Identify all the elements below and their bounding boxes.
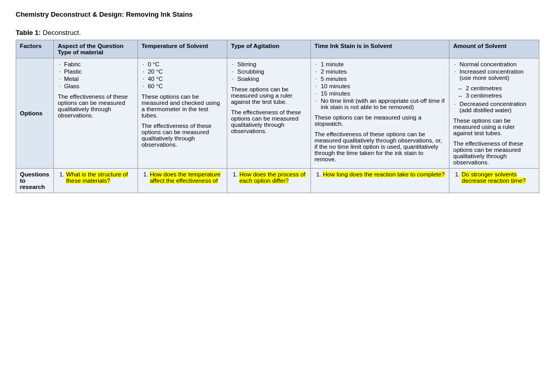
list-item: No time limit (with an appropriate cut-o… xyxy=(315,98,446,110)
list-item: 3 centimetres xyxy=(458,92,535,99)
options-temperature: 0 °C 20 °C 40 °C 60 °C These options can… xyxy=(137,58,227,169)
list-item: 5 minutes xyxy=(315,76,446,82)
list-item: Decreased concentration (add distilled w… xyxy=(453,101,535,113)
list-item: 2 centimetres xyxy=(458,85,535,91)
list-item: 15 minutes xyxy=(315,90,446,97)
question-highlight: How long does the reaction take to compl… xyxy=(323,171,445,177)
agitation-desc1: These options can be measured using a ru… xyxy=(231,86,307,105)
title-normal: Removing Ink Stains xyxy=(124,10,192,18)
list-item: What is the structure of these materials… xyxy=(66,171,133,184)
list-item: 0 °C xyxy=(142,61,223,67)
temperature-questions: How does the temperature affect the effe… xyxy=(142,171,223,184)
time-bullets: 1 minute 2 minutes 5 minutes 10 minutes … xyxy=(315,61,446,110)
list-item: Normal concentration xyxy=(453,61,535,67)
list-item: Glass xyxy=(57,83,133,89)
agitation-desc2: The effectiveness of these options can b… xyxy=(231,109,307,134)
time-questions: How long does the reaction take to compl… xyxy=(315,171,446,177)
time-desc1: These options can be measured using a st… xyxy=(315,114,446,127)
agitation-bullets: Stirring Scrubbing Soaking xyxy=(231,61,307,82)
temperature-bullets: 0 °C 20 °C 40 °C 60 °C xyxy=(142,61,223,89)
options-agitation: Stirring Scrubbing Soaking These options… xyxy=(227,58,310,169)
list-item: Do stronger solvents decrease reaction t… xyxy=(461,171,535,184)
list-item: Soaking xyxy=(231,76,307,82)
options-label: Options xyxy=(16,58,54,169)
list-item: Scrubbing xyxy=(231,68,307,75)
material-description: The effectiveness of these options can b… xyxy=(57,93,133,118)
list-item: Stirring xyxy=(231,61,307,67)
questions-time: How long does the reaction take to compl… xyxy=(310,169,449,193)
questions-material: What is the structure of these materials… xyxy=(54,169,137,193)
deconstruct-table: Factors Aspect of the QuestionType of ma… xyxy=(16,40,539,193)
options-amount: Normal concentration Increased concentra… xyxy=(449,58,539,169)
amount-desc1: These options can be measured using a ru… xyxy=(453,117,535,136)
amount-bullets-bottom: Decreased concentration (add distilled w… xyxy=(453,101,535,113)
list-item: How long does the reaction take to compl… xyxy=(323,171,446,177)
material-questions: What is the structure of these materials… xyxy=(57,171,133,184)
options-material: Fabric Plastic Metal Glass The effective… xyxy=(54,58,137,169)
question-highlight: What is the structure of these materials… xyxy=(66,171,128,184)
list-item: Metal xyxy=(57,76,133,82)
options-row: Options Fabric Plastic Metal Glass The e… xyxy=(16,58,539,169)
col-amount: Amount of Solvent xyxy=(449,40,539,58)
time-desc2: The effectiveness of these options can b… xyxy=(315,131,446,162)
list-item: How does the process of each option diff… xyxy=(239,171,307,184)
questions-label: Questionsto research xyxy=(16,169,54,193)
material-bullets: Fabric Plastic Metal Glass xyxy=(57,61,133,89)
amount-questions: Do stronger solvents decrease reaction t… xyxy=(453,171,535,184)
questions-amount: Do stronger solvents decrease reaction t… xyxy=(449,169,539,193)
questions-agitation: How does the process of each option diff… xyxy=(227,169,310,193)
options-time: 1 minute 2 minutes 5 minutes 10 minutes … xyxy=(310,58,449,169)
list-item: How does the temperature affect the effe… xyxy=(150,171,223,184)
col-time: Time Ink Stain is in Solvent xyxy=(310,40,449,58)
col-material: Aspect of the QuestionType of material xyxy=(54,40,137,58)
question-highlight: How does the temperature affect the effe… xyxy=(150,171,221,184)
questions-temperature: How does the temperature affect the effe… xyxy=(137,169,227,193)
list-item: Plastic xyxy=(57,68,133,75)
agitation-questions: How does the process of each option diff… xyxy=(231,171,307,184)
list-item: 2 minutes xyxy=(315,68,446,75)
list-item: 60 °C xyxy=(142,83,223,89)
page-title: Chemistry Deconstruct & Design: Removing… xyxy=(16,10,539,18)
amount-sub-bullets: 2 centimetres 3 centimetres xyxy=(458,85,535,99)
title-bold: Chemistry Deconstruct & Design: xyxy=(16,10,124,18)
list-item: Fabric xyxy=(57,61,133,67)
list-item: 10 minutes xyxy=(315,83,446,89)
list-item: 1 minute xyxy=(315,61,446,67)
col-temperature: Temperature of Solvent xyxy=(137,40,227,58)
amount-desc2: The effectiveness of these options can b… xyxy=(453,140,535,165)
table-label: Table 1: Deconstruct. xyxy=(16,29,539,37)
question-highlight: How does the process of each option diff… xyxy=(239,171,306,184)
col-agitation: Type of Agitation xyxy=(227,40,310,58)
question-highlight: Do stronger solvents decrease reaction t… xyxy=(461,171,526,184)
list-item: Increased concentration (use more solven… xyxy=(453,68,535,81)
list-item: 40 °C xyxy=(142,76,223,82)
amount-bullets: Normal concentration Increased concentra… xyxy=(453,61,535,81)
questions-row: Questionsto research What is the structu… xyxy=(16,169,539,193)
temperature-desc2: The effectiveness of these options can b… xyxy=(142,123,223,148)
temperature-desc1: These options can be measured and checke… xyxy=(142,93,223,118)
list-item: 20 °C xyxy=(142,68,223,75)
col-factors: Factors xyxy=(16,40,54,58)
